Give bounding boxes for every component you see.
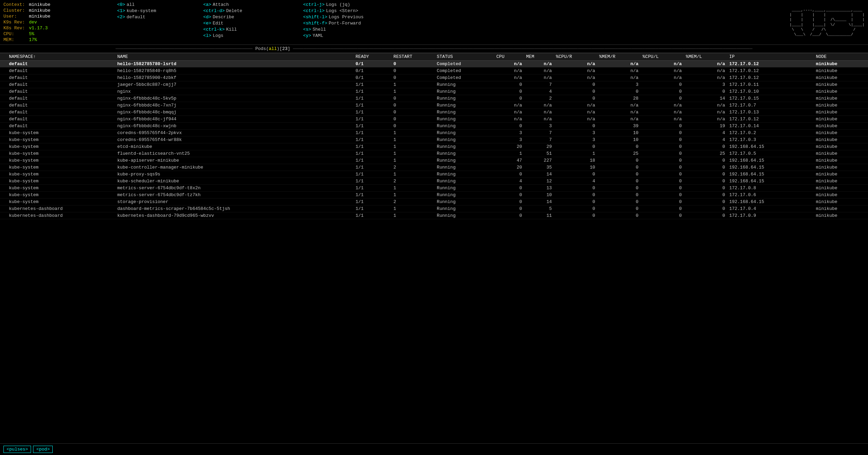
- table-row[interactable]: default hello-1582785780-lsrtd 0/1 0 Com…: [0, 61, 868, 68]
- pod-tab[interactable]: <pod>: [33, 446, 53, 453]
- row-cpuR: 0: [554, 95, 597, 102]
- row-memL: 0: [684, 171, 727, 178]
- table-row[interactable]: default hello-1582785900-4zbkf 0/1 0 Com…: [0, 74, 868, 81]
- table-row[interactable]: kube-system kube-scheduler-minikube 1/1 …: [0, 178, 868, 185]
- row-ready: 1/1: [353, 150, 391, 157]
- row-namespace: kube-system: [7, 130, 115, 136]
- row-memR: 0: [597, 164, 641, 171]
- table-row[interactable]: default nginx-6fbbbdc48c-7xn7j 1/1 0 Run…: [0, 102, 868, 109]
- context-label: Context:: [3, 2, 28, 7]
- shortcut-key-0: <0>: [117, 2, 125, 7]
- table-row[interactable]: default nginx-6fbbbdc48c-xwjnb 1/1 0 Run…: [0, 123, 868, 130]
- row-ready: 1/1: [353, 171, 391, 178]
- row-cpuL: n/a: [641, 74, 684, 81]
- row-node: minikube: [814, 199, 868, 205]
- table-row[interactable]: kube-system coredns-6955765f44-2pkvx 1/1…: [0, 130, 868, 136]
- row-name: coredns-6955765f44-wr88k: [115, 136, 353, 143]
- row-mem: n/a: [524, 116, 554, 123]
- table-row[interactable]: kube-system kube-proxy-sqs9s 1/1 1 Runni…: [0, 171, 868, 178]
- row-ready: 1/1: [353, 102, 391, 109]
- table-row[interactable]: kubernetes-dashboard kubernetes-dashboar…: [0, 212, 868, 219]
- mem-value: 17%: [29, 37, 37, 42]
- row-memL: 0: [684, 88, 727, 95]
- shortcut-desc-ctrlj: Logs (jq): [326, 2, 350, 7]
- table-row[interactable]: default nginx 1/1 1 Running 0 4 0 0 0 0 …: [0, 88, 868, 95]
- row-cpuL: 0: [641, 136, 684, 143]
- pulses-tab[interactable]: <pulses>: [3, 446, 31, 453]
- shortcut-key-ctrlj: <ctrl-j>: [303, 2, 324, 7]
- row-namespace: kubernetes-dashboard: [7, 205, 115, 212]
- row-memL: 0: [684, 212, 727, 219]
- row-memR: 0: [597, 205, 641, 212]
- table-row[interactable]: default nginx-6fbbbdc48c-bmqqj 1/1 0 Run…: [0, 109, 868, 116]
- row-restart: 1: [391, 150, 435, 157]
- row-restart: 0: [391, 109, 435, 116]
- row-indicator: [0, 109, 7, 116]
- context-value: minikube: [29, 2, 50, 7]
- row-node: minikube: [814, 178, 868, 185]
- row-mem: 7: [524, 81, 554, 88]
- row-node: minikube: [814, 185, 868, 192]
- row-memR: 28: [597, 95, 641, 102]
- table-row[interactable]: default hello-1582785840-rq8h5 0/1 0 Com…: [0, 68, 868, 74]
- row-memL: 3: [684, 81, 727, 88]
- row-name: nginx-6fbbbdc48c-jf944: [115, 116, 353, 123]
- row-status: Completed: [435, 68, 494, 74]
- row-indicator: [0, 157, 7, 164]
- row-restart: 1: [391, 171, 435, 178]
- table-header-row: NAMESPACE↑ NAME READY RESTART STATUS CPU…: [0, 53, 868, 61]
- shortcut-key-2: <2>: [117, 14, 125, 20]
- table-row[interactable]: default nginx-6fbbbdc48c-jf944 1/1 0 Run…: [0, 116, 868, 123]
- row-node: minikube: [814, 95, 868, 102]
- table-row[interactable]: kube-system etcd-minikube 1/1 1 Running …: [0, 143, 868, 150]
- shortcut-key-s: <s>: [303, 27, 311, 32]
- table-row[interactable]: kube-system kube-controller-manager-mini…: [0, 164, 868, 171]
- row-memR: 10: [597, 130, 641, 136]
- table-row[interactable]: kube-system storage-provisioner 1/1 2 Ru…: [0, 199, 868, 205]
- row-cpu: n/a: [494, 116, 524, 123]
- row-restart: 0: [391, 95, 435, 102]
- row-cpu: n/a: [494, 74, 524, 81]
- row-node: minikube: [814, 123, 868, 130]
- title-separator-right: ────────────────────────────────────────…: [290, 46, 753, 51]
- row-ip: 192.168.64.15: [727, 164, 814, 171]
- cluster-value: minikube: [29, 8, 50, 13]
- table-row[interactable]: kubernetes-dashboard dashboard-metrics-s…: [0, 205, 868, 212]
- row-cpuR: 0: [554, 143, 597, 150]
- row-memR: 0: [597, 185, 641, 192]
- shortcut-key-a: <a>: [203, 2, 211, 7]
- table-row[interactable]: default jaeger-5bbc8c887-cmjj7 1/1 1 Run…: [0, 81, 868, 88]
- row-cpu: n/a: [494, 109, 524, 116]
- row-namespace: default: [7, 123, 115, 130]
- row-cpuL: n/a: [641, 109, 684, 116]
- row-cpuL: 0: [641, 185, 684, 192]
- row-memL: n/a: [684, 61, 727, 68]
- table-row[interactable]: kube-system kube-apiserver-minikube 1/1 …: [0, 157, 868, 164]
- col-cpuR: %CPU/R: [554, 53, 597, 61]
- row-memL: 0: [684, 192, 727, 199]
- row-namespace: kube-system: [7, 150, 115, 157]
- row-mem: 7: [524, 136, 554, 143]
- row-ready: 1/1: [353, 130, 391, 136]
- row-status: Running: [435, 143, 494, 150]
- row-memL: n/a: [684, 116, 727, 123]
- row-memL: n/a: [684, 109, 727, 116]
- row-indicator: [0, 61, 7, 68]
- row-indicator: [0, 192, 7, 199]
- table-row[interactable]: kube-system metrics-server-6754dbc9df-tz…: [0, 192, 868, 199]
- table-row[interactable]: kube-system coredns-6955765f44-wr88k 1/1…: [0, 136, 868, 143]
- row-memR: 3: [597, 81, 641, 88]
- row-ip: 192.168.64.15: [727, 157, 814, 164]
- row-cpuL: 0: [641, 164, 684, 171]
- row-ip: 172.17.0.9: [727, 212, 814, 219]
- table-row[interactable]: kube-system metrics-server-6754dbc9df-t8…: [0, 185, 868, 192]
- row-namespace: default: [7, 95, 115, 102]
- row-mem: 2: [524, 95, 554, 102]
- row-namespace: kube-system: [7, 164, 115, 171]
- row-node: minikube: [814, 164, 868, 171]
- row-memR: n/a: [597, 116, 641, 123]
- table-row[interactable]: default nginx-6fbbbdc48c-5kv5p 1/1 0 Run…: [0, 95, 868, 102]
- row-indicator: [0, 143, 7, 150]
- row-cpu: 20: [494, 164, 524, 171]
- table-row[interactable]: kube-system fluentd-elasticsearch-vnt25 …: [0, 150, 868, 157]
